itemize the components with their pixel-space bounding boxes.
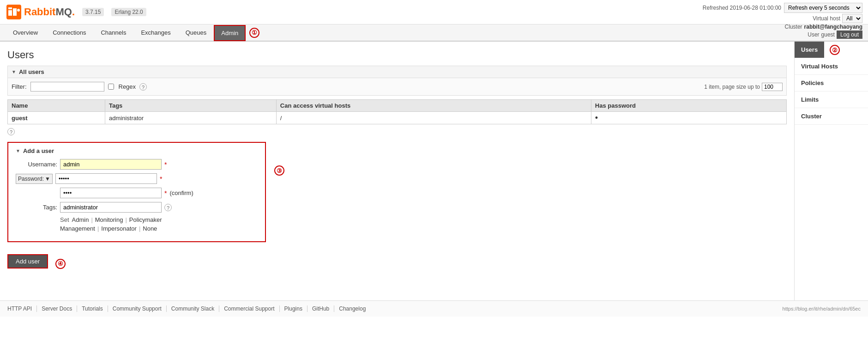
- page-size-label: 1 item, page size up to: [704, 84, 760, 90]
- user-label: User: [808, 31, 819, 38]
- nav-channels[interactable]: Channels: [93, 24, 133, 42]
- sidebar-item-users[interactable]: Users: [795, 42, 824, 58]
- page-size-row: 1 item, page size up to: [704, 83, 783, 91]
- cluster-value: rabbit@fangchaoyang: [804, 24, 862, 30]
- footer-plugins[interactable]: Plugins: [280, 305, 307, 312]
- header: RabbitMQ. 3.7.15 Erlang 22.0 Refreshed 2…: [0, 0, 868, 24]
- sidebar: Users ② Virtual Hosts Policies Limits Cl…: [794, 42, 868, 300]
- col-name: Name: [8, 100, 105, 112]
- page-title: Users: [7, 49, 787, 61]
- footer-community-support[interactable]: Community Support: [108, 305, 167, 312]
- sidebar-item-cluster[interactable]: Cluster: [795, 108, 868, 125]
- refresh-select[interactable]: Refresh every 5 secondsRefresh every 10 …: [784, 3, 862, 13]
- tag-admin[interactable]: Admin: [72, 216, 89, 223]
- set-tags-row-2: Management | Impersonator | None: [60, 225, 258, 232]
- username-label: Username:: [16, 161, 57, 168]
- user-row: User guest Log out: [703, 31, 862, 39]
- footer-http-api[interactable]: HTTP API: [7, 305, 37, 312]
- all-users-section-header[interactable]: ▼ All users: [7, 66, 787, 78]
- tag-management[interactable]: Management: [60, 225, 95, 232]
- svg-rect-1: [8, 10, 12, 16]
- footer-server-docs[interactable]: Server Docs: [37, 305, 77, 312]
- footer: HTTP API Server Docs Tutorials Community…: [0, 300, 868, 317]
- sidebar-item-limits[interactable]: Limits: [795, 92, 868, 108]
- regex-label: Regex: [119, 83, 136, 90]
- svg-rect-2: [13, 8, 17, 16]
- table-header-row: Name Tags Can access virtual hosts Has p…: [8, 100, 787, 112]
- triangle-icon: ▼: [12, 69, 16, 74]
- tag-none[interactable]: None: [143, 225, 157, 232]
- version-badge: 3.7.15: [82, 8, 104, 16]
- tag-policymaker[interactable]: Policymaker: [129, 216, 162, 223]
- password-dropdown-icon: ▼: [45, 176, 50, 182]
- svg-rect-3: [8, 7, 12, 9]
- user-name-cell: guest: [8, 112, 105, 124]
- password-row: Password: ▼ *: [16, 173, 258, 184]
- logout-button[interactable]: Log out: [837, 31, 862, 39]
- footer-community-slack[interactable]: Community Slack: [167, 305, 219, 312]
- add-user-triangle-icon: ▼: [16, 148, 20, 153]
- tags-input[interactable]: [60, 202, 162, 213]
- help-question[interactable]: ?: [7, 128, 15, 135]
- annotation-3: ③: [274, 165, 284, 176]
- col-password: Has password: [591, 100, 786, 112]
- rabbitmq-logo-icon: [6, 4, 22, 20]
- cluster-row: Cluster rabbit@fangchaoyang: [703, 24, 862, 30]
- add-user-section: ▼ Add a user Username: * Password: ▼ *: [7, 142, 266, 242]
- cluster-label: Cluster: [785, 24, 802, 30]
- sidebar-item-policies[interactable]: Policies: [795, 75, 868, 92]
- user-tags-cell: administrator: [105, 112, 276, 124]
- annotation-1: ①: [249, 28, 259, 38]
- add-user-button[interactable]: Add user: [7, 254, 48, 269]
- regex-checkbox[interactable]: [108, 84, 114, 90]
- sidebar-item-virtual-hosts[interactable]: Virtual Hosts: [795, 58, 868, 75]
- user-password-cell: •: [591, 112, 786, 124]
- filter-input[interactable]: [30, 82, 104, 92]
- confirm-label: (confirm): [169, 189, 193, 196]
- user-vhosts-cell: /: [276, 112, 591, 124]
- footer-url: https://blog.er/it/rhe/admin/dn/65ec: [783, 306, 861, 311]
- tags-help-icon[interactable]: ?: [164, 204, 172, 211]
- vhost-label: Virtual host: [813, 15, 840, 22]
- nav-queues[interactable]: Queues: [178, 24, 214, 42]
- footer-github[interactable]: GitHub: [307, 305, 334, 312]
- table-row: guest administrator / •: [8, 112, 787, 124]
- tags-label: Tags:: [16, 204, 57, 211]
- content: Users ▼ All users Filter: Regex ? 1 item…: [0, 42, 794, 300]
- filter-help-icon[interactable]: ?: [139, 83, 147, 91]
- password-confirm-row: * (confirm): [16, 188, 258, 198]
- footer-changelog[interactable]: Changelog: [334, 305, 370, 312]
- nav-connections[interactable]: Connections: [45, 24, 93, 42]
- svg-point-4: [17, 9, 20, 12]
- footer-commercial-support[interactable]: Commercial Support: [219, 305, 279, 312]
- logo: RabbitMQ.: [6, 4, 75, 20]
- page-size-input[interactable]: [762, 83, 783, 91]
- main: Users ▼ All users Filter: Regex ? 1 item…: [0, 42, 868, 300]
- tag-monitoring[interactable]: Monitoring: [95, 216, 123, 223]
- nav-overview[interactable]: Overview: [6, 24, 45, 42]
- add-user-label: Add a user: [23, 147, 54, 154]
- header-right: Refreshed 2019-06-28 01:00:00 Refresh ev…: [703, 3, 862, 39]
- password-confirm-required: *: [164, 189, 167, 197]
- username-input[interactable]: [60, 159, 162, 170]
- filter-label: Filter:: [12, 83, 27, 90]
- logo-text: RabbitMQ.: [24, 6, 75, 18]
- nav-exchanges[interactable]: Exchanges: [133, 24, 178, 42]
- set-tags-row-1: Set Admin | Monitoring | Policymaker: [60, 216, 258, 223]
- add-user-section-header[interactable]: ▼ Add a user: [16, 147, 258, 154]
- user-value: guest: [821, 31, 835, 38]
- username-row: Username: *: [16, 159, 258, 170]
- vhost-select[interactable]: All/: [842, 14, 862, 23]
- annotation-4: ④: [55, 259, 66, 269]
- vhost-row: Virtual host All/: [703, 14, 862, 23]
- footer-tutorials[interactable]: Tutorials: [77, 305, 108, 312]
- password-required: *: [160, 175, 162, 183]
- tag-impersonator[interactable]: Impersonator: [101, 225, 137, 232]
- user-name-link[interactable]: guest: [12, 115, 28, 122]
- nav-admin[interactable]: Admin: [214, 25, 246, 41]
- password-input[interactable]: [55, 173, 157, 184]
- filter-row: Filter: Regex ? 1 item, page size up to: [7, 78, 787, 96]
- password-confirm-input[interactable]: [60, 188, 162, 198]
- password-type-select[interactable]: Password: ▼: [16, 174, 53, 184]
- add-user-button-row: Add user ④: [7, 254, 787, 273]
